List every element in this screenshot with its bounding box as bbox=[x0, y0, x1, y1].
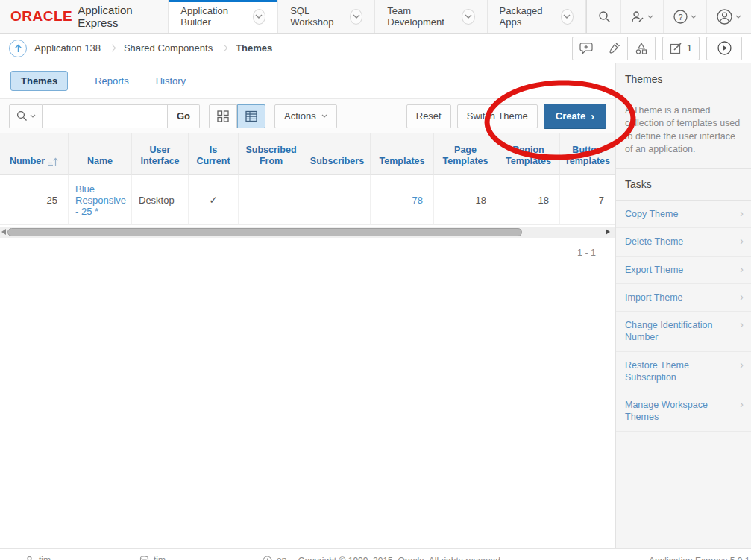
chevron-right-icon: › bbox=[740, 236, 744, 247]
nav-tab-packaged-apps[interactable]: Packaged Apps bbox=[487, 0, 586, 33]
svg-text:?: ? bbox=[678, 12, 682, 21]
chevron-right-icon: › bbox=[591, 110, 594, 122]
task-copy-theme[interactable]: Copy Theme › bbox=[616, 201, 751, 228]
column-header-is-current[interactable]: Is Current bbox=[189, 133, 239, 175]
table-view-icon bbox=[245, 110, 257, 122]
theme-name-link[interactable]: Blue Responsive - 25 * bbox=[75, 183, 126, 217]
create-button[interactable]: Create › bbox=[544, 104, 606, 129]
chevron-right-icon: › bbox=[740, 319, 744, 330]
user-avatar-icon bbox=[717, 9, 732, 25]
task-export-theme[interactable]: Export Theme › bbox=[616, 257, 751, 284]
sidebar-tasks-title: Tasks bbox=[616, 169, 751, 201]
cell-subscribers bbox=[304, 175, 371, 225]
chevron-down-icon[interactable] bbox=[462, 9, 474, 25]
task-restore-theme-subscription[interactable]: Restore Theme Subscription › bbox=[616, 352, 751, 392]
cell-region-templates: 18 bbox=[497, 175, 560, 225]
reset-button[interactable]: Reset bbox=[406, 104, 451, 128]
task-manage-workspace-themes[interactable]: Manage Workspace Themes › bbox=[616, 391, 751, 432]
breadcrumb-separator-icon bbox=[221, 45, 228, 52]
shared-components-button[interactable] bbox=[628, 37, 656, 60]
admin-person-wrench-icon bbox=[631, 10, 644, 23]
column-header-region-templates[interactable]: Region Templates bbox=[497, 133, 560, 175]
column-header-name[interactable]: Name bbox=[69, 133, 132, 175]
region-tabs: Themes Reports History bbox=[0, 63, 615, 99]
spotlight-button[interactable] bbox=[600, 37, 628, 60]
search-input[interactable] bbox=[43, 104, 168, 128]
go-button[interactable]: Go bbox=[168, 104, 200, 128]
tab-themes[interactable]: Themes bbox=[10, 71, 68, 91]
help-question-icon: ? bbox=[673, 10, 688, 24]
cell-user-interface: Desktop bbox=[132, 175, 189, 225]
cell-number: 25 bbox=[0, 175, 69, 225]
right-sidebar: Themes A Theme is a named collection of … bbox=[615, 63, 751, 548]
chevron-down-icon bbox=[691, 15, 697, 19]
edit-page-button[interactable]: 1 bbox=[662, 37, 700, 60]
clock-icon bbox=[263, 556, 272, 560]
search-icon bbox=[16, 110, 28, 122]
actions-menu-button[interactable]: Actions bbox=[274, 104, 337, 128]
report-view-button[interactable] bbox=[237, 104, 265, 128]
search-button[interactable] bbox=[586, 0, 620, 33]
chevron-down-icon bbox=[321, 114, 327, 118]
switch-theme-button[interactable]: Switch Theme bbox=[457, 104, 538, 128]
scroll-right-arrow-icon[interactable] bbox=[606, 229, 610, 235]
search-control: Go bbox=[9, 104, 200, 128]
chevron-right-icon: › bbox=[740, 292, 744, 303]
breadcrumb-bar: Application 138 Shared Components Themes bbox=[0, 34, 751, 63]
column-header-button-templates[interactable]: Button Templates bbox=[560, 133, 615, 175]
chevron-down-icon bbox=[647, 15, 653, 19]
task-change-identification-number[interactable]: Change Identification Number › bbox=[616, 312, 751, 352]
nav-tab-sql-workshop[interactable]: SQL Workshop bbox=[277, 0, 374, 33]
chevron-right-icon: › bbox=[740, 208, 744, 219]
cell-name: Blue Responsive - 25 * bbox=[69, 175, 132, 225]
feedback-button[interactable] bbox=[572, 37, 600, 60]
page-action-buttons: 1 bbox=[572, 37, 742, 60]
task-import-theme[interactable]: Import Theme › bbox=[616, 284, 751, 312]
breadcrumb-shared-components[interactable]: Shared Components bbox=[124, 43, 213, 54]
scrollbar-thumb[interactable] bbox=[7, 228, 522, 236]
top-utility-icons: ? bbox=[586, 0, 751, 33]
footer-copyright: Copyright © 1999, 2015, Oracle. All righ… bbox=[298, 556, 503, 560]
tab-reports[interactable]: Reports bbox=[95, 75, 129, 86]
search-icon bbox=[598, 10, 611, 23]
account-menu-button[interactable] bbox=[706, 0, 751, 33]
breadcrumb-themes: Themes bbox=[236, 43, 272, 54]
column-header-subscribed-from[interactable]: Subscribed From bbox=[239, 133, 304, 175]
nav-tab-team-development[interactable]: Team Development bbox=[374, 0, 486, 33]
shapes-icon bbox=[635, 42, 648, 55]
main-nav-tabs: Application Builder SQL Workshop Team De… bbox=[168, 0, 586, 33]
feedback-bubble-icon bbox=[579, 42, 593, 54]
chevron-down-icon[interactable] bbox=[561, 9, 574, 25]
chevron-down-icon[interactable] bbox=[253, 9, 265, 25]
sidebar-about-text: A Theme is a named collection of templat… bbox=[616, 95, 751, 169]
task-delete-theme[interactable]: Delete Theme › bbox=[616, 228, 751, 256]
tab-history[interactable]: History bbox=[156, 75, 186, 86]
run-play-icon bbox=[717, 41, 732, 55]
breadcrumb-application[interactable]: Application 138 bbox=[34, 43, 101, 54]
column-header-templates[interactable]: Templates bbox=[371, 133, 434, 175]
icon-view-button[interactable] bbox=[209, 104, 237, 128]
pagination-label: 1 - 1 bbox=[0, 238, 615, 258]
nav-tab-application-builder[interactable]: Application Builder bbox=[168, 0, 277, 33]
administration-menu-button[interactable] bbox=[620, 0, 663, 33]
edit-pencil-icon bbox=[670, 42, 682, 54]
toolbar-right-buttons: Reset Switch Theme Create › bbox=[406, 104, 606, 129]
search-column-selector[interactable] bbox=[9, 104, 43, 128]
cell-page-templates: 18 bbox=[434, 175, 497, 225]
help-menu-button[interactable]: ? bbox=[663, 0, 706, 33]
check-icon: ✓ bbox=[209, 194, 218, 206]
chevron-right-icon: › bbox=[740, 359, 744, 371]
run-page-button[interactable] bbox=[706, 37, 742, 60]
user-icon bbox=[25, 556, 34, 560]
chevron-down-icon[interactable] bbox=[350, 9, 362, 25]
column-header-page-templates[interactable]: Page Templates bbox=[434, 133, 497, 175]
sidebar-about-title: Themes bbox=[616, 63, 751, 95]
column-header-user-interface[interactable]: User Interface bbox=[132, 133, 189, 175]
horizontal-scrollbar[interactable] bbox=[0, 227, 615, 238]
main-content: Themes Reports History Go bbox=[0, 63, 615, 548]
scroll-left-arrow-icon[interactable] bbox=[1, 229, 6, 235]
up-level-button[interactable] bbox=[9, 40, 27, 57]
column-header-subscribers[interactable]: Subscribers bbox=[304, 133, 371, 175]
templates-count-link[interactable]: 78 bbox=[412, 195, 423, 206]
column-header-number[interactable]: Number bbox=[0, 133, 69, 175]
